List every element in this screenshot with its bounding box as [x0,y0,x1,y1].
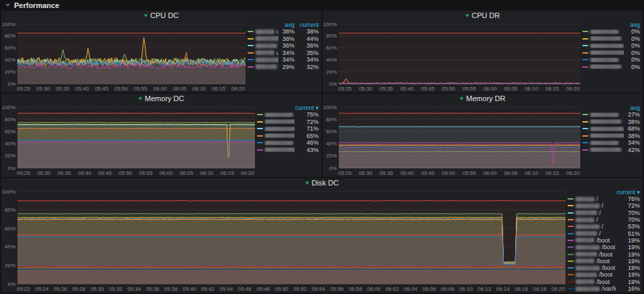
legend-column-header-current[interactable]: current [294,21,319,28]
legend-item[interactable]: /boot19% [568,271,640,278]
legend-item[interactable]: 0% [582,56,640,64]
legend-item[interactable]: 42% [582,147,640,154]
legend-item[interactable]: /boot19% [568,237,640,244]
legend-item[interactable]: 72% [257,119,319,126]
series-color-marker-icon [568,274,574,275]
series-name-redacted [265,119,294,124]
svg-text:60%: 60% [5,45,15,51]
legend-header: current ▾ [568,188,640,196]
panel-header[interactable]: ♥ Disk DC [1,178,643,188]
series-name-suffix: / [602,223,604,230]
series-name-redacted [256,64,277,69]
chart-canvas[interactable]: 0%20%40%60%80%100%05:2505:3005:3505:4005… [323,20,582,92]
legend-item[interactable]: 0% [582,42,640,50]
svg-text:05:35: 05:35 [380,170,394,176]
svg-text:06:10: 06:10 [460,286,474,292]
legend-item[interactable]: 71% [257,125,319,133]
svg-text:05:50: 05:50 [441,86,455,92]
legend-item[interactable]: 46% [257,139,319,147]
legend-value: 35% [294,50,319,56]
panel-header[interactable]: ♥ Memory DC [1,94,321,103]
legend-column-header-avg[interactable]: avg [624,21,640,28]
row-collapse-chevron-icon[interactable] [5,2,11,8]
series-color-marker-icon [582,135,588,137]
svg-text:05:55: 05:55 [133,86,148,92]
series-name-redacted [265,141,293,145]
legend-column-header-current[interactable]: current ▾ [294,104,319,111]
series-color-marker-icon [568,233,574,234]
legend-value: 19% [616,258,640,265]
legend-item[interactable]: /boot19% [568,250,640,257]
chart-cpu-dc[interactable]: 0%20%40%60%80%100%05:2505:3005:3505:4005… [1,20,248,92]
svg-text:05:30: 05:30 [91,286,105,292]
legend-item[interactable]: /51% [568,230,640,236]
svg-text:80%: 80% [5,207,15,213]
chart-disk-dc[interactable]: 0%20%40%60%80%100%05:2205:2405:2605:2805… [1,188,568,293]
legend-value: 19% [616,244,640,250]
legend-item[interactable]: user34%35% [248,50,319,57]
legend-value: 29% [278,64,294,70]
legend-item[interactable]: 75% [257,111,319,119]
svg-text:06:05: 06:05 [180,170,194,176]
legend-value: 36% [278,42,294,49]
svg-text:06:15: 06:15 [212,86,226,92]
series-name-redacted [590,127,624,131]
legend-value: 65% [294,133,319,139]
chart-memory-dr[interactable]: 0%20%40%60%80%100%05:2505:3005:3505:4005… [323,103,582,177]
series-name-redacted [590,113,619,117]
legend-item[interactable]: /70% [568,210,640,216]
svg-text:100%: 100% [323,21,337,27]
panel-header[interactable]: ♥ Memory DR [323,94,643,103]
legend-item[interactable]: /53% [568,223,640,230]
legend-item[interactable]: /boot19% [568,265,640,271]
series-name-suffix: / [602,202,604,209]
chart-memory-dc[interactable]: 0%20%40%60%80%100%05:2505:3005:3505:4005… [1,103,257,177]
series-name-suffix: /boot [599,251,612,258]
legend-item[interactable]: 0% [582,50,640,57]
legend-item[interactable]: /boot19% [568,279,640,285]
legend-item[interactable]: user29%32% [248,64,319,71]
chart-canvas[interactable]: 0%20%40%60%80%100%05:2205:2405:2605:2805… [1,188,568,293]
legend-item[interactable]: /boot19% [568,244,640,250]
svg-text:06:20: 06:20 [566,86,580,92]
series-color-marker-icon [582,45,588,46]
legend-header: avgcurrent [248,21,319,28]
legend-item[interactable]: /70% [568,216,640,223]
svg-text:05:26: 05:26 [54,286,68,292]
chart-cpu-dr[interactable]: 0%20%40%60%80%100%05:2505:3005:3505:4005… [323,20,582,92]
legend-item[interactable]: 27% [582,111,640,119]
svg-text:05:40: 05:40 [182,286,197,292]
legend-item[interactable]: 68% [582,125,640,133]
legend-item[interactable]: /72% [568,202,640,209]
legend-item[interactable]: user36%36% [248,42,319,50]
svg-text:60%: 60% [5,129,15,135]
legend-item[interactable]: 0% [582,35,640,43]
series-name-redacted [256,29,274,34]
legend-item[interactable]: 0% [582,28,640,35]
legend-item[interactable]: 43% [257,147,319,154]
panel-header[interactable]: ♥ CPU DC [1,11,321,20]
svg-text:05:35: 05:35 [56,86,70,92]
dashboard-row-header[interactable]: Performance [0,0,644,10]
legend-item[interactable]: user34%34% [248,56,319,64]
series-color-marker-icon [568,198,574,200]
legend-item[interactable]: 65% [257,133,319,140]
svg-text:05:30: 05:30 [37,170,51,176]
legend-column-header-current[interactable]: current ▾ [616,189,640,196]
legend-item[interactable]: /76% [568,196,640,202]
legend-item[interactable]: user38%38% [248,28,319,35]
legend-item[interactable]: 38% [582,133,640,140]
legend-column-header-avg[interactable]: avg [278,21,294,28]
series-color-marker-icon [568,205,574,206]
chart-canvas[interactable]: 0%20%40%60%80%100%05:2505:3005:3505:4005… [1,20,248,92]
legend-item[interactable]: 34% [582,139,640,147]
legend-item[interactable]: 0% [582,64,640,71]
legend-item[interactable]: 38% [582,119,640,126]
legend-item[interactable]: user38%44% [248,35,319,43]
legend-column-header-avg[interactable]: avg [624,104,640,111]
panel-header[interactable]: ♥ CPU DR [323,11,643,20]
chart-canvas[interactable]: 0%20%40%60%80%100%05:2505:3005:3505:4005… [323,103,582,177]
legend-item[interactable]: /var/log16% [568,285,640,292]
legend-item[interactable]: /boot19% [568,258,640,265]
chart-canvas[interactable]: 0%20%40%60%80%100%05:2505:3005:3505:4005… [1,103,257,177]
